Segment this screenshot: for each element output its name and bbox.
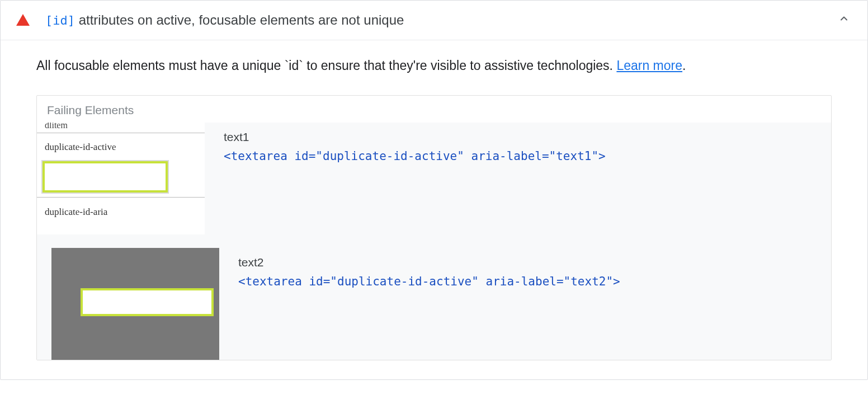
audit-description-text: All focusable elements must have a uniqu…	[36, 58, 616, 73]
audit-title-text: attributes on active, focusable elements…	[75, 12, 404, 27]
thumb-label: duplicate-id-active	[45, 142, 116, 153]
thumb-highlighted-field	[81, 288, 214, 316]
element-thumbnail: dlitem duplicate-id-active duplicate-id-…	[37, 123, 205, 234]
audit-title: [id] attributes on active, focusable ele…	[45, 11, 834, 30]
audit-item: [id] attributes on active, focusable ele…	[0, 0, 868, 380]
failing-element-row[interactable]: text2 <textarea id="duplicate-id-active"…	[37, 248, 831, 360]
audit-description: All focusable elements must have a uniqu…	[36, 56, 832, 76]
failing-element-label: text1	[224, 130, 606, 144]
failing-elements-header: Failing Elements	[37, 96, 831, 123]
audit-title-code: [id]	[45, 13, 75, 27]
failing-element-details: text1 <textarea id="duplicate-id-active"…	[224, 123, 606, 163]
thumb-highlighted-field	[43, 161, 168, 193]
failing-elements-list: dlitem duplicate-id-active duplicate-id-…	[37, 123, 831, 360]
audit-header[interactable]: [id] attributes on active, focusable ele…	[1, 1, 867, 40]
failing-element-label: text2	[238, 256, 620, 269]
thumb-label: dlitem	[45, 123, 68, 130]
error-triangle-icon	[16, 14, 30, 26]
chevron-up-icon[interactable]	[834, 13, 854, 27]
audit-description-period: .	[682, 58, 686, 73]
audit-body: All focusable elements must have a uniqu…	[1, 40, 867, 380]
element-thumbnail	[51, 248, 219, 360]
failing-element-code: <textarea id="duplicate-id-active" aria-…	[224, 149, 606, 163]
learn-more-link[interactable]: Learn more	[616, 58, 682, 73]
failing-element-row[interactable]: dlitem duplicate-id-active duplicate-id-…	[37, 123, 831, 234]
failing-element-code: <textarea id="duplicate-id-active" aria-…	[238, 275, 620, 288]
failing-element-details: text2 <textarea id="duplicate-id-active"…	[238, 248, 620, 288]
failing-elements-panel: Failing Elements dlitem duplicate-id-act…	[36, 95, 832, 360]
thumb-label: duplicate-id-aria	[45, 206, 107, 218]
